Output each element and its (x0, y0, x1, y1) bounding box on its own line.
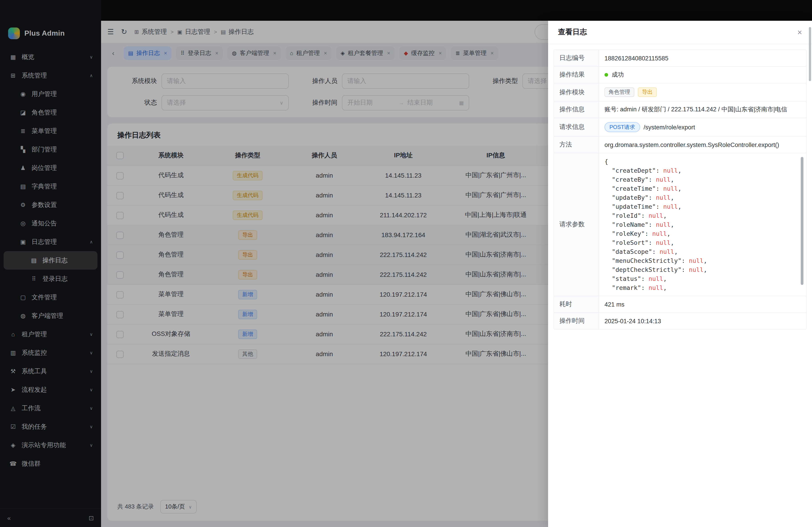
screen: Plus Admin ▦概览∨⊞系统管理∧◉用户管理◪角色管理≣菜单管理▚部门管… (0, 0, 812, 527)
field-label: 请求参数 (554, 153, 599, 296)
field-label: 操作时间 (554, 313, 599, 329)
drawer-field-result: 操作结果成功 (554, 67, 806, 84)
field-label: 方法 (554, 137, 599, 153)
field-value-result: 成功 (599, 67, 806, 83)
field-value-info: 账号: admin / 研发部门 / 222.175.114.242 / 中国|… (599, 102, 806, 118)
json-line: "updateTime": null, (605, 202, 796, 211)
json-line: { (605, 157, 796, 166)
field-value-params: { "createDept": null, "createBy": null, … (599, 153, 806, 296)
drawer-header: 查看日志 × (548, 21, 812, 44)
field-value-request: POST请求/system/role/export (599, 118, 806, 136)
field-label: 操作信息 (554, 102, 599, 118)
drawer-title: 查看日志 (558, 28, 587, 37)
json-line: "roleKey": null, (605, 229, 796, 238)
module-tag: 导出 (638, 88, 657, 97)
field-value-module: 角色管理导出 (599, 84, 806, 101)
field-label: 耗时 (554, 296, 599, 312)
json-line: "status": null, (605, 274, 796, 283)
drawer-field-log-id: 日志编号1882612840802115585 (554, 50, 806, 67)
field-label: 操作模块 (554, 84, 599, 101)
json-scrollbar-thumb[interactable] (801, 157, 803, 285)
json-line: "dataScope": null, (605, 247, 796, 256)
drawer-field-module: 操作模块角色管理导出 (554, 84, 806, 102)
json-line: "menuCheckStrictly": null, (605, 256, 796, 265)
module-tag: 角色管理 (605, 88, 634, 97)
json-line: "roleName": null, (605, 220, 796, 229)
field-value-method: org.dromara.system.controller.system.Sys… (599, 137, 806, 153)
drawer-field-request: 请求信息POST请求/system/role/export (554, 118, 806, 137)
drawer-field-time: 操作时间2025-01-24 10:14:13 (554, 313, 806, 329)
field-label: 日志编号 (554, 50, 599, 66)
drawer-field-method: 方法org.dromara.system.controller.system.S… (554, 137, 806, 153)
json-line: "updateBy": null, (605, 193, 796, 202)
field-value-time: 2025-01-24 10:14:13 (599, 313, 806, 329)
log-details-table: 日志编号1882612840802115585操作结果成功操作模块角色管理导出操… (553, 49, 807, 330)
field-label: 操作结果 (554, 67, 599, 83)
drawer-field-info: 操作信息账号: admin / 研发部门 / 222.175.114.242 /… (554, 102, 806, 118)
request-url: /system/role/export (643, 124, 695, 131)
page-scrollbar-thumb[interactable] (809, 27, 811, 81)
json-line: "deptCheckStrictly": null, (605, 265, 796, 274)
view-log-drawer: 查看日志 × 日志编号1882612840802115585操作结果成功操作模块… (548, 21, 812, 527)
field-value-duration: 421 ms (599, 296, 806, 312)
json-line: "createBy": null, (605, 175, 796, 184)
drawer-body: 日志编号1882612840802115585操作结果成功操作模块角色管理导出操… (548, 44, 812, 335)
close-icon[interactable]: × (797, 28, 802, 36)
request-method-tag: POST请求 (605, 122, 640, 132)
field-label: 请求信息 (554, 118, 599, 136)
status-text: 成功 (612, 71, 624, 79)
success-status-dot (605, 73, 608, 77)
drawer-field-params: 请求参数{ "createDept": null, "createBy": nu… (554, 153, 806, 296)
drawer-field-duration: 耗时421 ms (554, 296, 806, 313)
field-value-log-id: 1882612840802115585 (599, 50, 806, 66)
json-line: "remark": null, (605, 283, 796, 292)
json-line: "roleId": null, (605, 211, 796, 220)
json-line: "createDept": null, (605, 166, 796, 175)
json-line: "createTime": null, (605, 184, 796, 193)
json-line: "roleSort": null, (605, 238, 796, 247)
